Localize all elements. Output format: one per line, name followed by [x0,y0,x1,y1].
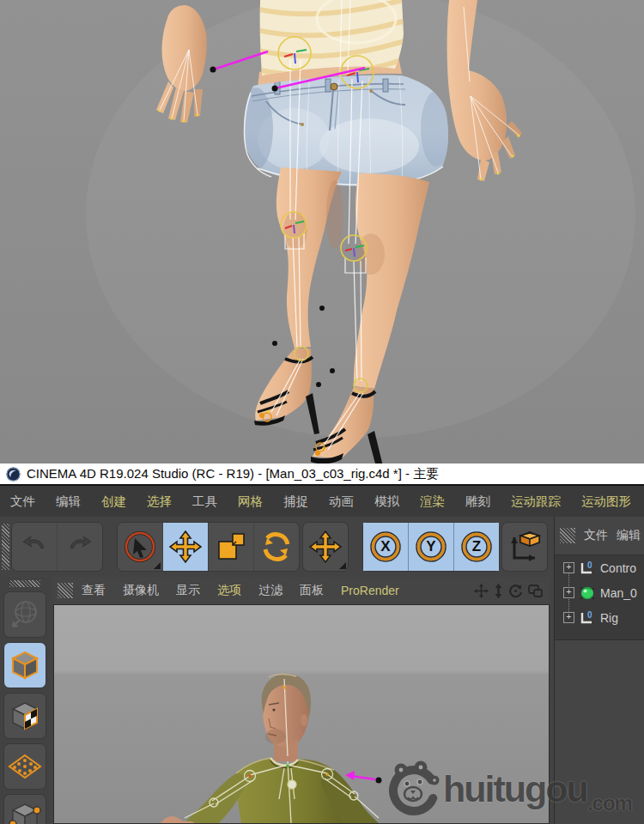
live-selection-button[interactable] [118,523,163,571]
null-object-icon: 0 [579,610,596,626]
toggle-view-icon[interactable] [528,585,543,597]
make-editable-icon [9,598,41,631]
om-menu-file[interactable]: 文件 [584,528,608,543]
move-last-used-icon [308,530,343,564]
expand-icon[interactable]: + [563,587,574,598]
axis-y-lock-button[interactable]: Y [409,523,454,571]
last-used-tool-button[interactable] [303,523,348,571]
redo-icon [65,534,94,560]
male-scene [54,605,549,823]
zoom-view-icon[interactable] [494,584,503,598]
rotate-view-icon[interactable] [508,584,523,598]
expand-icon[interactable]: + [563,612,574,623]
object-label[interactable]: Rig [600,611,618,625]
menu-motion-tracker[interactable]: 运动跟踪 [501,494,571,510]
cinema4d-logo-icon [6,467,21,482]
menu-animate[interactable]: 动画 [319,494,364,510]
object-manager-empty-area [555,639,644,824]
menu-tools[interactable]: 工具 [182,494,228,510]
viewport-menu-bar: 查看 摄像机 显示 选项 过滤 面板 ProRender [53,577,550,604]
object-label[interactable]: Man_0 [600,586,637,600]
menu-sculpt[interactable]: 雕刻 [455,494,501,510]
texture-mode-icon [9,700,41,732]
scale-tool-button[interactable] [209,523,254,571]
object-row-controls[interactable]: + 0 Contro [555,555,644,580]
vp-menu-options[interactable]: 选项 [209,583,250,598]
points-mode-button[interactable] [3,794,46,824]
viewport-menu-grip[interactable] [58,583,73,598]
null-object-icon: 0 [579,560,596,576]
window-title: CINEMA 4D R19.024 Studio (RC - R19) - [M… [27,466,439,482]
points-mode-icon [9,801,41,824]
object-manager-grip[interactable] [560,528,575,543]
axis-x-label: X [380,538,390,555]
model-mode-button[interactable] [3,642,46,688]
viewport-nav-icons [474,584,550,598]
title-bar: CINEMA 4D R19.024 Studio (RC - R19) - [M… [0,464,644,484]
undo-button[interactable] [12,523,58,571]
menu-edit[interactable]: 编辑 [46,494,91,510]
vp-menu-view[interactable]: 查看 [73,583,114,598]
object-manager-header: 文件 编辑 [555,517,644,555]
texture-mode-button[interactable] [3,693,46,739]
pan-view-icon[interactable] [474,584,489,598]
om-menu-edit[interactable]: 编辑 [617,528,641,543]
editor-viewport[interactable] [53,604,550,824]
object-label[interactable]: Contro [600,561,636,575]
mesh-object-icon [579,585,596,601]
redo-button[interactable] [58,523,102,571]
coordinate-system-button[interactable] [502,523,547,571]
render-viewport-female[interactable] [0,0,644,464]
toolbar-grip[interactable] [2,524,9,570]
magenta-arrow-handle[interactable] [345,771,382,784]
object-tree: + 0 Contro + Man_0 [555,555,644,639]
move-icon [168,530,203,564]
axis-y-label: Y [426,538,435,555]
scale-icon [215,530,247,563]
workplane-mode-button[interactable] [3,743,46,790]
axis-x-lock-button[interactable]: X [363,523,409,571]
object-manager-panel: 文件 编辑 + 0 Contro + [554,517,644,824]
female-render [0,0,644,464]
menu-mograph[interactable]: 运动图形 [571,494,641,510]
object-row-man[interactable]: + Man_0 [555,580,644,605]
vp-menu-camera[interactable]: 摄像机 [114,583,167,598]
axis-z-lock-button[interactable]: Z [454,523,499,571]
cinema4d-window: CINEMA 4D R19.024 Studio (RC - R19) - [M… [0,0,644,824]
vp-menu-panel[interactable]: 面板 [291,583,332,598]
menu-select[interactable]: 选择 [137,494,182,510]
menu-file[interactable]: 文件 [0,494,46,510]
mode-toolbar-grip[interactable] [9,580,40,587]
axis-z-label: Z [472,538,481,555]
undo-icon [20,534,49,560]
menu-mesh[interactable]: 网格 [228,494,273,510]
rotate-tool-button[interactable] [254,523,299,571]
menu-render[interactable]: 渲染 [410,494,455,510]
vp-menu-filter[interactable]: 过滤 [250,583,291,598]
toolbar: X Y Z [0,517,554,577]
main-menu-bar: 文件 编辑 创建 选择 工具 网格 捕捉 动画 模拟 渲染 雕刻 运动跟踪 运动… [0,484,644,517]
expand-icon[interactable]: + [563,562,574,573]
menu-snap[interactable]: 捕捉 [273,494,319,510]
female-denim-skirt [239,76,452,186]
vp-menu-prorender[interactable]: ProRender [332,584,408,597]
model-mode-icon [9,649,41,682]
svg-text:0: 0 [587,610,592,620]
rotate-icon [259,530,294,564]
svg-text:0: 0 [587,560,592,570]
vp-menu-display[interactable]: 显示 [167,583,209,598]
object-row-rig[interactable]: + 0 Rig [555,605,644,630]
make-editable-button[interactable] [3,591,46,638]
menu-create[interactable]: 创建 [91,494,137,510]
menu-simulate[interactable]: 模拟 [364,494,410,510]
move-tool-button[interactable] [163,523,209,571]
coordinate-system-icon [507,529,543,565]
mode-toolbar [0,577,49,824]
workplane-mode-icon [8,753,42,780]
live-selection-icon [123,530,157,564]
